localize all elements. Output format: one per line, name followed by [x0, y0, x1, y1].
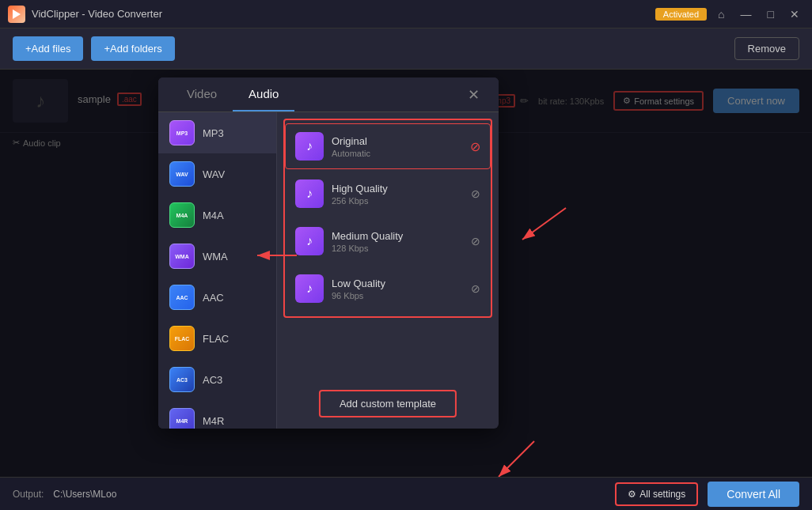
home-button[interactable]: ⌂ [713, 6, 729, 22]
tab-video[interactable]: Video [171, 77, 233, 111]
format-item-m4a[interactable]: M4A M4A [158, 195, 276, 236]
m4r-label: M4R [203, 415, 224, 427]
convert-all-button[interactable]: Convert All [708, 482, 799, 507]
titlebar-right: Activated ⌂ — □ ✕ [655, 6, 804, 22]
medium-quality-name: Medium Quality [332, 230, 463, 242]
format-item-aac[interactable]: AAC AAC [158, 277, 276, 318]
high-quality-desc: 256 Kbps [332, 196, 463, 206]
statusbar: Output: C:\Users\MLoo ⚙ All settings Con… [0, 477, 812, 510]
app-title: VidClipper - Video Converter [32, 8, 162, 20]
quality-panel: ♪ Original Automatic ⊘ ♪ High Quality 25… [277, 112, 499, 429]
add-custom-template-button[interactable]: Add custom template [319, 390, 457, 417]
flac-icon: FLAC [169, 326, 195, 351]
low-quality-text: Low Quality 96 Kbps [332, 278, 463, 300]
titlebar-left: VidClipper - Video Converter [8, 6, 162, 23]
titlebar: VidClipper - Video Converter Activated ⌂… [0, 0, 812, 28]
format-item-mp3[interactable]: MP3 MP3 [158, 112, 276, 153]
ac3-label: AC3 [203, 374, 222, 386]
m4a-label: M4A [203, 210, 224, 221]
low-quality-desc: 96 Kbps [332, 291, 463, 300]
original-quality-icon: ♪ [295, 132, 324, 161]
wav-label: WAV [203, 168, 225, 180]
format-item-wma[interactable]: WMA WMA [158, 236, 276, 277]
medium-quality-text: Medium Quality 128 Kbps [332, 230, 463, 253]
flac-label: FLAC [203, 333, 229, 345]
high-quality-icon: ♪ [295, 179, 324, 208]
wma-icon: WMA [169, 244, 195, 269]
low-quality-name: Low Quality [332, 278, 463, 289]
all-settings-button[interactable]: ⚙ All settings [615, 482, 698, 506]
original-quality-desc: Automatic [332, 149, 462, 158]
all-settings-label: All settings [639, 489, 685, 500]
modal-tabs: Video Audio ✕ [158, 77, 499, 112]
high-quality-text: High Quality 256 Kbps [332, 183, 463, 206]
quality-item-medium[interactable]: ♪ Medium Quality 128 Kbps ⊘ [285, 218, 491, 264]
add-folders-button[interactable]: +Add folders [91, 36, 174, 61]
quality-item-high[interactable]: ♪ High Quality 256 Kbps ⊘ [285, 171, 491, 217]
modal-body: MP3 MP3 WAV WAV M4A M4A WMA WMA [158, 112, 499, 429]
high-quality-edit-icon[interactable]: ⊘ [471, 187, 480, 200]
svg-marker-0 [13, 9, 21, 19]
low-quality-edit-icon[interactable]: ⊘ [471, 282, 480, 295]
main-area: ♪ sample .aac sample .mp3 ✏ bit rate: 13… [0, 70, 812, 477]
m4r-icon: M4R [169, 408, 195, 429]
original-quality-text: Original Automatic [332, 135, 462, 158]
remove-button[interactable]: Remove [734, 37, 799, 60]
high-quality-name: High Quality [332, 183, 463, 195]
wma-label: WMA [203, 251, 228, 263]
minimize-button[interactable]: — [736, 6, 757, 22]
toolbar-left: +Add files +Add folders [13, 36, 175, 61]
aac-label: AAC [203, 292, 224, 304]
format-item-m4r[interactable]: M4R M4R [158, 400, 276, 429]
wav-icon: WAV [169, 161, 195, 187]
quality-item-low[interactable]: ♪ Low Quality 96 Kbps ⊘ [285, 266, 491, 312]
activated-badge: Activated [655, 8, 707, 21]
tab-audio[interactable]: Audio [233, 77, 294, 111]
low-quality-icon: ♪ [295, 274, 324, 303]
output-label: Output: [13, 489, 44, 500]
m4a-icon: M4A [169, 202, 195, 228]
mp3-label: MP3 [203, 127, 224, 139]
app-logo [8, 6, 25, 23]
modal-close-button[interactable]: ✕ [461, 83, 486, 107]
format-modal: Video Audio ✕ MP3 MP3 WAV WAV [158, 77, 499, 429]
add-files-button[interactable]: +Add files [13, 36, 83, 61]
format-item-wav[interactable]: WAV WAV [158, 153, 276, 195]
toolbar: +Add files +Add folders Remove [0, 28, 812, 70]
original-quality-name: Original [332, 135, 462, 147]
quality-item-original[interactable]: ♪ Original Automatic ⊘ [285, 123, 491, 169]
format-item-ac3[interactable]: AC3 AC3 [158, 359, 276, 400]
format-item-flac[interactable]: FLAC FLAC [158, 318, 276, 359]
output-path: C:\Users\MLoo [53, 489, 605, 500]
ac3-icon: AC3 [169, 367, 195, 392]
gear-settings-icon: ⚙ [628, 489, 636, 500]
aac-icon: AAC [169, 285, 195, 310]
close-button[interactable]: ✕ [785, 6, 804, 22]
mp3-icon: MP3 [169, 120, 195, 145]
medium-quality-edit-icon[interactable]: ⊘ [471, 235, 480, 247]
maximize-button[interactable]: □ [763, 6, 779, 22]
original-selected-icon: ⊘ [470, 139, 480, 154]
medium-quality-icon: ♪ [295, 227, 324, 255]
format-list: MP3 MP3 WAV WAV M4A M4A WMA WMA [158, 112, 277, 429]
medium-quality-desc: 128 Kbps [332, 244, 463, 253]
